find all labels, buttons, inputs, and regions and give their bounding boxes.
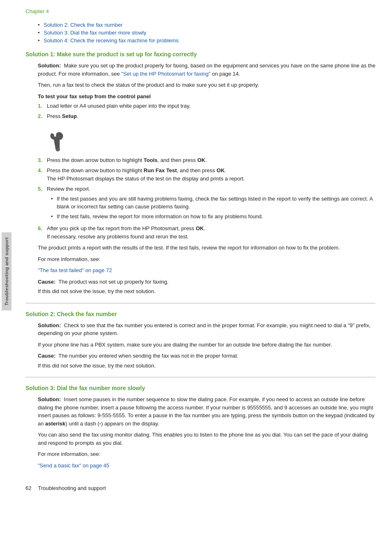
sol2-text: Check to see that the fax number you ent…	[38, 322, 371, 337]
divider-2	[25, 377, 376, 377]
page-number: 62	[25, 485, 31, 491]
sol1-cause: Cause: The product was not set up proper…	[38, 278, 376, 286]
setup-link[interactable]: "Set up the HP Photosmart for faxing"	[121, 71, 210, 77]
solution1-para1: Solution: Make sure you set up the produ…	[38, 62, 376, 78]
solution1-para2: Then, run a fax test to check the status…	[38, 81, 376, 89]
wrench-icon	[46, 127, 71, 152]
step-6: 6. After you pick up the fax report from…	[38, 224, 376, 240]
step-5: 5. Review the report. If the test passes…	[38, 185, 376, 222]
solution2-body: Solution: Check to see that the fax numb…	[38, 321, 376, 370]
main-content: Chapter 4 Solution 2: Check the fax numb…	[13, 0, 392, 543]
solution1-link-suffix: on page 14.	[210, 71, 240, 77]
solution4-link[interactable]: Solution 4: Check the receiving fax mach…	[44, 37, 179, 44]
sol3-for-more: For more information, see:	[38, 450, 376, 458]
solution2-section: Solution 2: Check the fax number Solutio…	[25, 311, 376, 370]
sol2-next: If this did not solve the issue, try the…	[38, 362, 376, 370]
sol3-ref: "Send a basic fax" on page 45	[38, 462, 376, 470]
sol3-suffix2: ) appears on the display.	[101, 421, 159, 427]
solution3-link[interactable]: Solution 3: Dial the fax number more slo…	[44, 30, 146, 36]
bullet-list: Solution 2: Check the fax number Solutio…	[38, 22, 376, 44]
sol3-label: Solution:	[38, 396, 61, 402]
sol1-next: If this did not solve the issue, try the…	[38, 287, 376, 296]
list-item: Solution 2: Check the fax number	[38, 22, 376, 28]
step-num-6: 6.	[38, 224, 47, 240]
steps-list-2: 3. Press the down arrow button to highli…	[38, 156, 376, 241]
solution1-section: Solution 1: Make sure the product is set…	[25, 51, 376, 296]
step-num-3: 3.	[38, 156, 47, 164]
step-3: 3. Press the down arrow button to highli…	[38, 156, 376, 164]
solution1-heading: Solution 1: Make sure the product is set…	[25, 51, 376, 58]
sol2-cause: Cause: The number you entered when sendi…	[38, 352, 376, 360]
solution2-link[interactable]: Solution 2: Check the fax number	[44, 22, 122, 28]
solution3-heading: Solution 3: Dial the fax number more slo…	[25, 385, 376, 391]
list-item: Solution 4: Check the receiving fax mach…	[38, 37, 376, 44]
step-2-text: Press Setup.	[47, 112, 376, 120]
step-1: 1. Load letter or A4 unused plain white …	[38, 102, 376, 110]
step-1-text: Load letter or A4 unused plain white pap…	[47, 102, 376, 110]
wrench-icon-container	[38, 124, 376, 156]
divider-1	[25, 303, 376, 303]
solution3-para1: Solution: Insert some pauses in the numb…	[38, 395, 376, 427]
solution2-para1: Solution: Check to see that the fax numb…	[38, 321, 376, 337]
step-2: 2. Press Setup.	[38, 112, 376, 120]
sidebar: Troubleshooting and support	[0, 0, 13, 543]
solution2-heading: Solution 2: Check the fax number	[25, 311, 376, 317]
solution3-section: Solution 3: Dial the fax number more slo…	[25, 385, 376, 469]
fax-test-failed-link[interactable]: "The fax test failed" on page 72	[38, 267, 112, 273]
step-4-text: Press the down arrow button to highlight…	[47, 166, 376, 183]
step-num-5: 5.	[38, 185, 47, 222]
sol3-suffix1: ) until a dash (	[65, 421, 99, 427]
product-para: The product prints a report with the res…	[38, 244, 376, 252]
ref-link-1: "The fax test failed" on page 72	[38, 266, 376, 275]
test-heading: To test your fax setup from the control …	[38, 93, 376, 99]
sidebar-label: Troubleshooting and support	[2, 232, 12, 310]
step-6-text: After you pick up the fax report from th…	[47, 224, 376, 240]
footer: 62 Troubleshooting and support	[25, 481, 376, 491]
solution3-para2: You can also send the fax using monitor …	[38, 431, 376, 447]
solution1-body: Solution: Make sure you set up the produ…	[38, 62, 376, 296]
solution2-para2: If your phone line has a PBX system, mak…	[38, 341, 376, 349]
footer-label: Troubleshooting and support	[38, 485, 106, 491]
step-num-1: 1.	[38, 102, 47, 110]
step-4: 4. Press the down arrow button to highli…	[38, 166, 376, 183]
steps-list: 1. Load letter or A4 unused plain white …	[38, 102, 376, 120]
step5-bullet-1: If the test passes and you are still hav…	[51, 195, 376, 211]
step-5-text: Review the report. If the test passes an…	[47, 185, 376, 222]
step5-sub-list: If the test passes and you are still hav…	[51, 195, 376, 221]
send-basic-fax-link[interactable]: "Send a basic fax" on page 45	[38, 462, 109, 469]
step5-bullet-2: If the test fails, review the report for…	[51, 213, 376, 221]
solution3-body: Solution: Insert some pauses in the numb…	[38, 395, 376, 469]
chapter-header: Chapter 4	[25, 8, 376, 14]
solution-label: Solution:	[38, 62, 61, 69]
step-num-2: 2.	[38, 112, 47, 120]
sol2-label: Solution:	[38, 322, 61, 328]
step-3-text: Press the down arrow button to highlight…	[47, 156, 376, 164]
asterisk-bold: asterisk	[45, 421, 65, 427]
list-item: Solution 3: Dial the fax number more slo…	[38, 30, 376, 36]
for-more-1: For more information, see:	[38, 255, 376, 263]
step-num-4: 4.	[38, 166, 47, 183]
